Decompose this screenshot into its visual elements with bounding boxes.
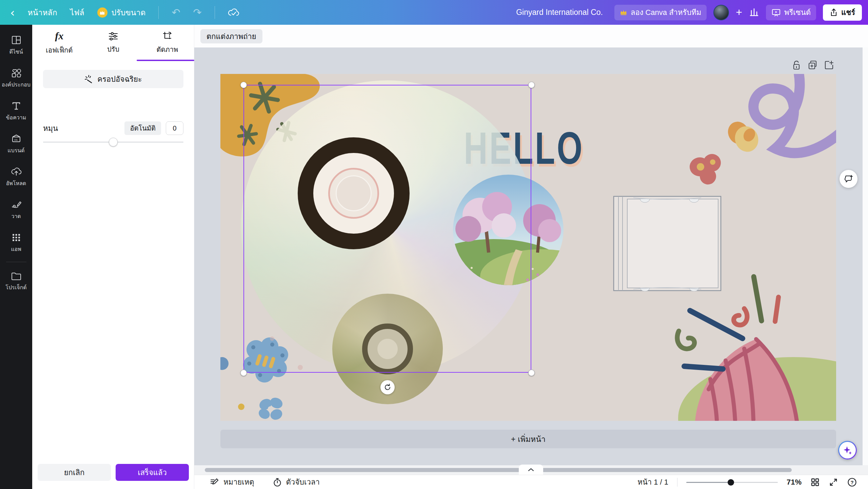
top-bar-left: ‹ หน้าหลัก ไฟล์ ปรับขนาด ↶ ↷ [0,6,239,19]
sparkle-icon [839,442,856,458]
try-canva-teams-button[interactable]: ลอง Canva สำหรับทีม [614,5,707,20]
elements-icon [11,68,22,78]
blue-flower-doodle [256,395,286,421]
canvas-area: ตกแต่งภาพถ่าย [194,25,868,489]
toolbar-divider [215,6,215,19]
grid-view-button[interactable] [810,477,820,487]
tab-effects[interactable]: fx เอฟเฟ็กต์ [32,25,86,61]
zoom-percentage[interactable]: 71% [787,478,802,487]
crown-icon [97,7,107,18]
sidebar-rail: ดีไซน์ องค์ประกอบ ข้อความ co. แบรนด์ [0,25,32,489]
sidebar-item-text[interactable]: ข้อความ [0,95,32,128]
duplicate-page-icon[interactable] [807,60,818,71]
design-icon [11,35,21,45]
uploads-icon [11,167,22,177]
selection-handle-top-left[interactable] [240,82,247,88]
zoom-track-empty [731,482,778,483]
yellow-butterfly [726,120,764,155]
collapse-chevron-icon [528,468,534,472]
page-controls [791,60,834,71]
zoom-slider-thumb[interactable] [728,479,734,486]
active-tab-underline [137,60,194,61]
tab-crop[interactable]: ตัดภาพ [140,25,194,61]
yellow-dot [238,404,244,410]
sidebar-item-apps[interactable]: แอพ [0,226,32,259]
add-comment-button[interactable] [840,170,857,188]
stick-doodles [671,271,787,372]
fx-icon: fx [55,30,63,42]
help-button[interactable]: ? [847,477,857,487]
top-bar-right: Ginyard International Co. ลอง Canva สำหร… [516,4,868,21]
undo-button[interactable]: ↶ [172,6,180,18]
red-butterfly [688,152,727,186]
fullscreen-button[interactable] [829,477,838,487]
crown-icon [620,9,627,15]
rotate-value-input[interactable]: 0 [166,121,183,135]
notes-button[interactable]: หมายเหตุ [210,476,254,488]
assistant-button[interactable] [838,441,857,459]
rotate-row: หมุน อัตโนมัติ 0 [43,121,183,136]
zoom-slider[interactable] [686,479,778,485]
svg-text:?: ? [850,479,853,485]
zoom-track-filled [686,482,731,483]
sidebar-item-uploads[interactable]: อัพโหลด [0,160,32,193]
toolbar-divider [158,6,159,19]
home-menu[interactable]: หน้าหลัก [28,6,57,19]
rotate-slider-thumb[interactable] [109,138,118,146]
present-screen-icon [771,8,781,17]
page-indicator[interactable]: หน้า 1 / 1 [637,476,668,488]
status-bar: หมายเหตุ ตัวจับเวลา หน้า 1 / 1 [194,475,868,489]
timer-button[interactable]: ตัวจับเวลา [273,476,320,488]
sidebar-item-design[interactable]: ดีไซน์ [0,29,32,62]
magic-crop-icon [84,75,93,83]
rail-divider [6,262,26,262]
sidebar-item-elements[interactable]: องค์ประกอบ [0,62,32,95]
share-button[interactable]: แชร์ [823,4,862,21]
sidebar-item-projects[interactable]: โปรเจ็กต์ [0,265,32,298]
rotate-handle[interactable] [380,380,395,394]
edit-photo-button[interactable]: ตกแต่งภาพถ่าย [200,29,262,43]
selection-box[interactable] [243,85,531,373]
document-title[interactable]: Ginyard International Co. [516,8,603,17]
status-divider [677,478,677,487]
crop-rotate-icon [162,31,172,41]
lock-icon[interactable] [791,60,802,71]
canva-editor: ‹ หน้าหลัก ไฟล์ ปรับขนาด ↶ ↷ Ginyard Int… [0,0,868,489]
done-button[interactable]: เสร็จแล้ว [116,464,189,481]
add-member-button[interactable]: + [736,6,742,19]
timer-icon [273,477,282,487]
collapse-toolbar-button[interactable] [519,465,543,475]
rotate-label: หมุน [43,122,58,134]
tab-adjust[interactable]: ปรับ [86,25,140,61]
present-button[interactable]: พรีเซนต์ [766,5,816,20]
svg-text:co.: co. [14,138,18,141]
projects-icon [11,271,22,281]
smart-crop-button[interactable]: ครอปอัจฉริยะ [43,70,183,88]
selection-handle-bottom-left[interactable] [240,370,247,376]
cancel-button[interactable]: ยกเลิก [38,464,111,481]
rotate-auto-button[interactable]: อัตโนมัติ [124,121,161,135]
redo-button[interactable]: ↷ [193,6,202,18]
right-scrollbar-gutter[interactable] [863,47,868,465]
file-menu[interactable]: ไฟล์ [70,6,84,19]
adjust-icon [108,31,118,41]
panel-tabs: fx เอฟเฟ็กต์ ปรับ ตัดภาพ [32,25,194,61]
apps-icon [11,232,21,242]
avatar[interactable] [713,5,729,20]
sidebar-item-brand[interactable]: co. แบรนด์ [0,128,32,160]
horizontal-scrollbar[interactable] [205,468,792,472]
crop-panel: fx เอฟเฟ็กต์ ปรับ ตัดภาพ [32,25,194,489]
selection-handle-top-right[interactable] [528,82,535,88]
add-page-button[interactable]: + เพิ่มหน้า [220,430,836,448]
status-bar-left: หมายเหตุ ตัวจับเวลา [194,476,320,488]
comment-plus-icon [844,174,853,184]
selection-handle-bottom-right[interactable] [528,370,535,376]
insights-icon[interactable] [749,7,759,18]
resize-menu[interactable]: ปรับขนาด [97,6,146,19]
top-bar: ‹ หน้าหลัก ไฟล์ ปรับขนาด ↶ ↷ Ginyard Int… [0,0,868,25]
add-page-icon[interactable] [824,60,834,71]
back-button[interactable]: ‹ [10,7,15,18]
status-bar-right: หน้า 1 / 1 71% [637,476,868,488]
sidebar-item-draw[interactable]: วาด [0,193,32,226]
blue-dot [220,357,229,370]
